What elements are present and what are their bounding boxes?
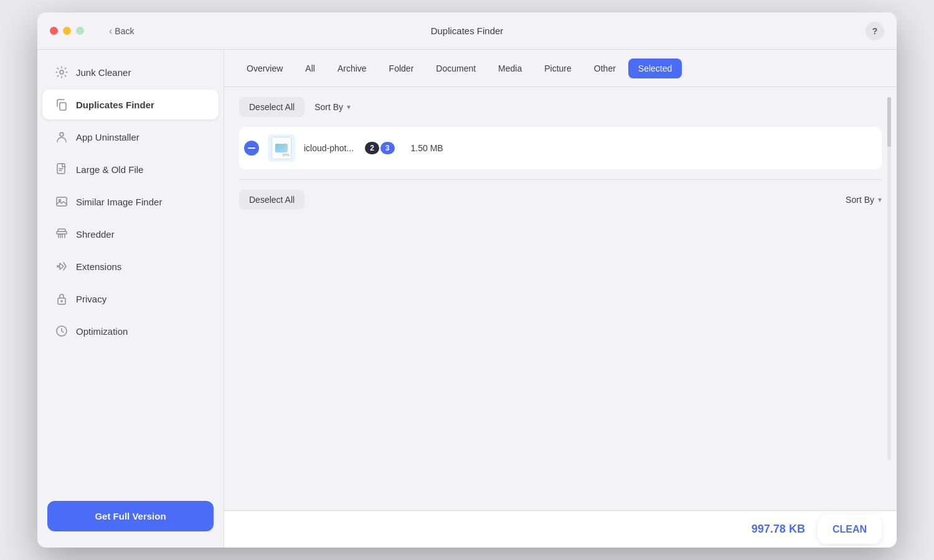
- close-button[interactable]: [50, 27, 58, 35]
- back-button[interactable]: ‹ Back: [109, 26, 134, 37]
- sidebar-item-app-uninstaller[interactable]: App Uninstaller: [42, 122, 219, 152]
- svg-point-8: [61, 301, 62, 302]
- main-content: Junk Cleaner Duplicates Finder: [37, 50, 897, 548]
- sidebar-item-duplicates-finder[interactable]: Duplicates Finder: [42, 90, 219, 119]
- sort-by-button-top[interactable]: Sort By ▾: [314, 102, 351, 112]
- scrollbar[interactable]: [887, 97, 892, 460]
- lock-icon: [55, 292, 68, 306]
- sidebar-item-label: Extensions: [76, 261, 121, 272]
- clean-button[interactable]: CLEAN: [818, 515, 882, 544]
- tab-media[interactable]: Media: [488, 58, 532, 78]
- sort-by-label-bottom: Sort By: [846, 195, 874, 205]
- chevron-left-icon: ‹: [109, 26, 112, 37]
- total-size-label: 997.78 KB: [752, 523, 805, 536]
- badge-selected: 3: [380, 142, 395, 154]
- svg-point-5: [59, 200, 61, 202]
- extensions-icon: [55, 259, 68, 273]
- gear-icon: [55, 65, 68, 79]
- copy-icon: [55, 98, 68, 111]
- content-area: Deselect All Sort By ▾: [224, 87, 897, 510]
- scrollbar-thumb[interactable]: [887, 97, 891, 147]
- sidebar-item-large-old-file[interactable]: Large & Old File: [42, 154, 219, 184]
- deselect-all-button-bottom[interactable]: Deselect All: [239, 190, 304, 210]
- shredder-icon: [55, 227, 68, 241]
- file-image-preview: [275, 144, 288, 152]
- tab-overview[interactable]: Overview: [237, 58, 293, 78]
- chevron-down-icon: ▾: [347, 103, 351, 111]
- svg-rect-4: [57, 197, 67, 206]
- sidebar-item-label: Optimization: [76, 326, 128, 337]
- tab-folder[interactable]: Folder: [379, 58, 424, 78]
- tab-archive[interactable]: Archive: [328, 58, 377, 78]
- sidebar-item-extensions[interactable]: Extensions: [42, 251, 219, 281]
- get-full-version-button[interactable]: Get Full Version: [47, 501, 214, 531]
- deselect-file-button[interactable]: [244, 141, 259, 156]
- sidebar-item-label: App Uninstaller: [76, 132, 139, 142]
- sidebar-item-junk-cleaner[interactable]: Junk Cleaner: [42, 57, 219, 87]
- tab-other[interactable]: Other: [584, 58, 626, 78]
- sidebar-item-label: Shredder: [76, 229, 115, 240]
- minus-icon: [248, 147, 255, 149]
- title-bar: ‹ Back Duplicates Finder ?: [37, 12, 897, 50]
- sort-by-button-bottom[interactable]: Sort By ▾: [846, 195, 882, 205]
- file-name: icloud-phot...: [304, 143, 354, 153]
- file-size: 1.50 MB: [411, 143, 443, 153]
- right-panel: Overview All Archive Folder Document Med…: [224, 50, 897, 548]
- sidebar-spacer: [37, 347, 224, 495]
- sidebar-item-label: Privacy: [76, 294, 106, 304]
- maximize-button[interactable]: [76, 27, 84, 35]
- sort-by-label: Sort By: [314, 102, 343, 112]
- sidebar: Junk Cleaner Duplicates Finder: [37, 50, 224, 548]
- window-title: Duplicates Finder: [431, 26, 504, 36]
- back-label: Back: [115, 26, 134, 36]
- bottom-controls: Deselect All Sort By ▾: [239, 190, 882, 210]
- sidebar-item-shredder[interactable]: Shredder: [42, 219, 219, 249]
- sidebar-item-label: Junk Cleaner: [76, 67, 131, 78]
- minimize-button[interactable]: [63, 27, 71, 35]
- chevron-down-icon: ▾: [878, 195, 882, 204]
- sidebar-item-label: Similar Image Finder: [76, 197, 162, 207]
- svg-point-2: [60, 133, 64, 136]
- badge-count: 2: [365, 142, 379, 154]
- sidebar-item-similar-image[interactable]: Similar Image Finder: [42, 187, 219, 217]
- circle-icon: [55, 324, 68, 338]
- file-icon: [55, 162, 68, 176]
- file-thumb-inner: [271, 137, 291, 159]
- tab-selected[interactable]: Selected: [628, 58, 682, 78]
- section-divider: [239, 179, 882, 180]
- person-icon: [55, 130, 68, 144]
- bottom-bar: 997.78 KB CLEAN: [224, 510, 897, 548]
- tab-picture[interactable]: Picture: [534, 58, 582, 78]
- tab-document[interactable]: Document: [426, 58, 486, 78]
- sidebar-item-label: Large & Old File: [76, 164, 143, 175]
- file-thumbnail: [268, 134, 295, 162]
- file-item: icloud-phot... 2 3 1.50 MB: [239, 127, 882, 169]
- sidebar-item-privacy[interactable]: Privacy: [42, 284, 219, 314]
- tab-all[interactable]: All: [295, 58, 325, 78]
- svg-rect-1: [60, 103, 66, 110]
- help-button[interactable]: ?: [866, 22, 884, 40]
- sidebar-item-optimization[interactable]: Optimization: [42, 316, 219, 346]
- sidebar-item-label: Duplicates Finder: [76, 100, 154, 110]
- traffic-lights: [50, 27, 84, 35]
- image-icon: [55, 195, 68, 208]
- deselect-all-button-top[interactable]: Deselect All: [239, 97, 304, 117]
- file-badges: 2 3: [365, 142, 394, 154]
- tab-bar: Overview All Archive Folder Document Med…: [224, 50, 897, 87]
- scrollbar-track: [887, 97, 891, 460]
- svg-rect-7: [58, 298, 65, 304]
- top-controls: Deselect All Sort By ▾: [239, 97, 882, 117]
- svg-point-0: [60, 70, 64, 74]
